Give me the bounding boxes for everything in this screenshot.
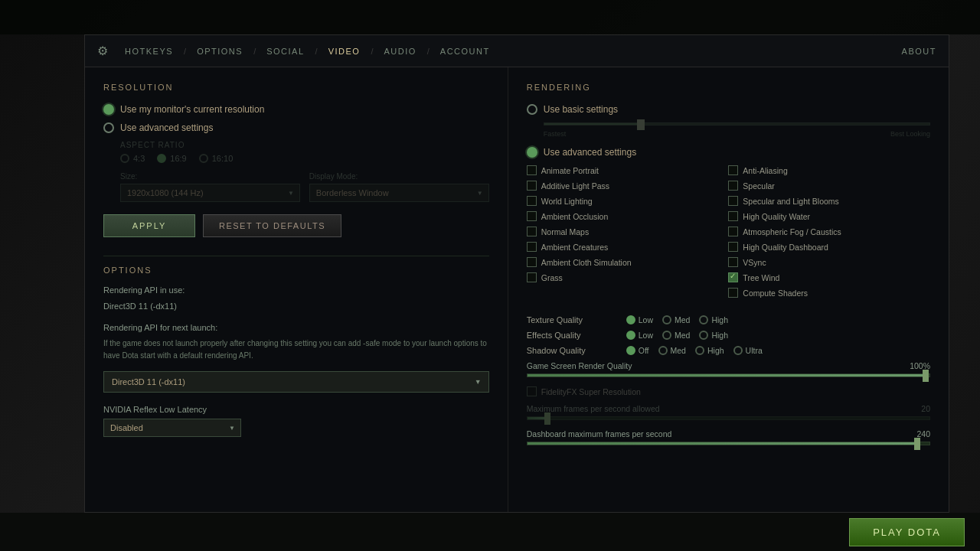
max-frames-slider[interactable] <box>527 416 930 420</box>
display-mode-select-wrapper: Borderless Window Fullscreen Windowed <box>309 184 489 202</box>
texture-high[interactable]: High <box>699 315 728 324</box>
nav-video[interactable]: VIDEO <box>321 47 368 56</box>
aspect-4-3[interactable]: 4:3 <box>120 154 145 163</box>
main-container: ⚙ HOTKEYS / OPTIONS / SOCIAL / VIDEO / A… <box>84 34 949 513</box>
effects-high[interactable]: High <box>699 331 728 340</box>
dashboard-frames-header: Dashboard maximum frames per second 240 <box>527 429 930 439</box>
best-label: Best Looking <box>890 130 930 138</box>
cb-hq-dashboard[interactable]: High Quality Dashboard <box>728 242 930 252</box>
cb-vsync[interactable]: VSync <box>728 257 930 267</box>
cb-anti-aliasing[interactable]: Anti-Aliasing <box>728 165 930 175</box>
rendering-api-value: Direct3D 11 (-dx11) <box>103 300 489 313</box>
cb-normal-maps[interactable]: Normal Maps <box>527 227 729 236</box>
display-mode-label: Display Mode: <box>309 172 489 181</box>
fidelity-row: FidelityFX Super Resolution <box>527 386 930 396</box>
cb-grass[interactable]: Grass <box>527 272 729 282</box>
max-frames-value: 20 <box>921 404 930 413</box>
size-group: Size: 1920x1080 (144 Hz) <box>120 172 300 202</box>
cb-ambient-creatures[interactable]: Ambient Creatures <box>527 242 729 252</box>
max-frames-header: Maximum frames per second allowed 20 <box>527 404 930 413</box>
radio-advanced-label[interactable]: Use advanced settings <box>103 122 489 133</box>
size-label: Size: <box>120 172 300 181</box>
cb-additive-light[interactable]: Additive Light Pass <box>527 181 729 191</box>
size-select-wrapper: 1920x1080 (144 Hz) <box>120 184 300 202</box>
effects-quality-label: Effects Quality <box>527 331 626 340</box>
radio-monitor[interactable] <box>103 104 114 115</box>
dashboard-frames-slider[interactable] <box>527 442 930 445</box>
radio-advanced[interactable] <box>103 122 114 133</box>
rendering-api-select[interactable]: Direct3D 11 (-dx11) Vulkan Direct3D 9 <box>103 371 489 393</box>
texture-low[interactable]: Low <box>626 315 653 324</box>
radio-basic-label[interactable]: Use basic settings <box>527 104 930 115</box>
aspect-16-10[interactable]: 16:10 <box>199 154 234 163</box>
effects-med[interactable]: Med <box>662 331 690 340</box>
cb-hq-water[interactable]: High Quality Water <box>728 211 930 221</box>
texture-med[interactable]: Med <box>662 315 690 324</box>
cb-specular[interactable]: Specular <box>728 181 930 191</box>
nav-hotkeys[interactable]: HOTKEYS <box>117 47 181 56</box>
cb-ambient-cloth[interactable]: Ambient Cloth Simulation <box>527 257 729 267</box>
cb-animate-portrait[interactable]: Animate Portrait <box>527 165 729 175</box>
display-mode-select[interactable]: Borderless Window Fullscreen Windowed <box>309 184 489 202</box>
nav-about[interactable]: ABOUT <box>902 47 936 56</box>
fastest-label: Fastest <box>544 130 567 138</box>
shadow-quality-label: Shadow Quality <box>527 346 626 355</box>
cb-world-lighting[interactable]: World Lighting <box>527 196 729 206</box>
display-mode-group: Display Mode: Borderless Window Fullscre… <box>309 172 489 202</box>
fidelity-label: FidelityFX Super Resolution <box>541 387 641 396</box>
radio-monitor-label[interactable]: Use my monitor's current resolution <box>103 104 489 115</box>
nav-bar: ⚙ HOTKEYS / OPTIONS / SOCIAL / VIDEO / A… <box>85 35 949 67</box>
nav-social[interactable]: SOCIAL <box>259 47 312 56</box>
game-screen-slider[interactable] <box>527 373 930 377</box>
checkboxes-area: Animate Portrait Additive Light Pass Wor… <box>527 165 930 303</box>
nvidia-label: NVIDIA Reflex Low Latency <box>103 405 489 414</box>
nav-account[interactable]: ACCOUNT <box>433 47 498 56</box>
reset-button[interactable]: RESET TO DEFAULTS <box>203 214 341 237</box>
radio-rendering-advanced-label[interactable]: Use advanced settings <box>527 147 930 158</box>
checkbox-col-left: Animate Portrait Additive Light Pass Wor… <box>527 165 729 303</box>
effects-low[interactable]: Low <box>626 331 653 340</box>
texture-quality-label: Texture Quality <box>527 315 626 324</box>
quality-section: Texture Quality Low Med High <box>527 315 930 355</box>
cb-specular-blooms[interactable]: Specular and Light Blooms <box>728 196 930 206</box>
size-display-row: Size: 1920x1080 (144 Hz) Display Mode: B… <box>120 172 489 202</box>
rendering-api-select-wrapper: Direct3D 11 (-dx11) Vulkan Direct3D 9 <box>103 371 489 393</box>
nvidia-select-wrapper: Disabled Enabled Enabled + Boost <box>103 419 241 437</box>
resolution-radio-group: Use my monitor's current resolution Use … <box>103 104 489 133</box>
size-select[interactable]: 1920x1080 (144 Hz) <box>120 184 300 202</box>
options-title: OPTIONS <box>103 266 489 275</box>
rendering-api-next-label: Rendering API for next launch: <box>103 321 489 334</box>
radio-monitor-text: Use my monitor's current resolution <box>120 104 264 115</box>
shadow-med[interactable]: Med <box>658 346 686 355</box>
radio-basic[interactable] <box>527 104 537 115</box>
shadow-high[interactable]: High <box>695 346 724 355</box>
radio-basic-text: Use basic settings <box>544 104 618 115</box>
game-screen-slider-row: Game Screen Render Quality 100% <box>527 361 930 377</box>
radio-rendering-advanced[interactable] <box>527 147 537 158</box>
basic-slider-track[interactable] <box>544 122 930 126</box>
top-bar <box>0 0 980 34</box>
content-area: RESOLUTION Use my monitor's current reso… <box>85 67 949 512</box>
rendering-api-label: Rendering API in use: <box>103 284 489 297</box>
cb-ambient-occlusion[interactable]: Ambient Occlusion <box>527 211 729 221</box>
settings-icon: ⚙ <box>97 44 108 58</box>
cb-atm-fog[interactable]: Atmospheric Fog / Caustics <box>728 227 930 236</box>
game-screen-header: Game Screen Render Quality 100% <box>527 361 930 370</box>
aspect-radios: 4:3 16:9 16:10 <box>120 154 489 163</box>
nav-audio[interactable]: AUDIO <box>376 47 423 56</box>
cb-compute-shaders[interactable]: Compute Shaders <box>728 288 930 298</box>
shadow-ultra[interactable]: Ultra <box>733 346 763 355</box>
aspect-16-9[interactable]: 16:9 <box>157 154 186 163</box>
apply-button[interactable]: APPLY <box>103 214 195 237</box>
cb-tree-wind[interactable]: Tree Wind <box>728 272 930 282</box>
nvidia-select[interactable]: Disabled Enabled Enabled + Boost <box>103 419 241 437</box>
shadow-off[interactable]: Off <box>626 346 649 355</box>
play-button[interactable]: PLAY DOTA <box>849 518 965 546</box>
nav-options[interactable]: OPTIONS <box>189 47 250 56</box>
texture-quality-radios: Low Med High <box>626 315 728 324</box>
rendering-radio-row: Use basic settings <box>527 104 930 115</box>
cb-fidelity[interactable]: FidelityFX Super Resolution <box>527 386 930 396</box>
effects-quality-row: Effects Quality Low Med High <box>527 331 930 340</box>
texture-quality-row: Texture Quality Low Med High <box>527 315 930 324</box>
taskbar: PLAY DOTA <box>0 513 980 551</box>
